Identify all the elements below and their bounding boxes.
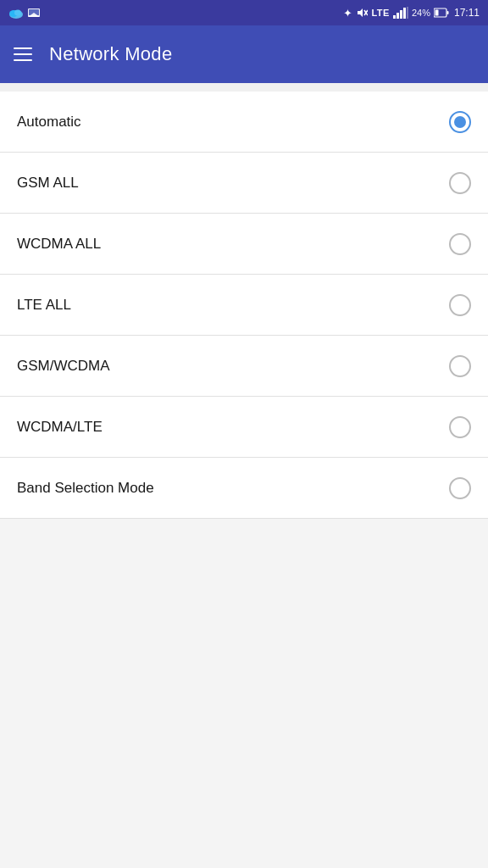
radio-item-gsm-wcdma[interactable]: GSM/WCDMA — [0, 336, 488, 397]
status-bar-left — [8, 7, 41, 19]
toolbar: Network Mode — [0, 25, 488, 83]
status-time: 17:11 — [454, 7, 480, 19]
battery-icon — [434, 8, 449, 18]
page-title: Network Mode — [49, 43, 172, 65]
svg-point-2 — [14, 10, 21, 16]
svg-rect-15 — [446, 11, 448, 14]
bluetooth-icon: ✦ — [343, 7, 352, 19]
radio-label-wcdma-lte: WCDMA/LTE — [17, 419, 103, 436]
radio-button-automatic[interactable] — [449, 111, 471, 133]
radio-button-wcdma-lte[interactable] — [449, 416, 471, 438]
radio-label-gsm-wcdma: GSM/WCDMA — [17, 358, 110, 375]
status-bar: ✦ LTE 24% 17:11 — [0, 0, 488, 25]
battery-percent: 24% — [412, 8, 430, 18]
radio-label-automatic: Automatic — [17, 114, 81, 131]
svg-rect-11 — [400, 10, 402, 19]
menu-button[interactable] — [14, 47, 32, 61]
signal-icon — [393, 7, 408, 19]
radio-button-gsm-wcdma[interactable] — [449, 355, 471, 377]
notification-icon-2 — [27, 7, 41, 19]
radio-item-automatic[interactable]: Automatic — [0, 92, 488, 153]
svg-rect-10 — [396, 13, 399, 19]
notification-icon-1 — [8, 7, 24, 19]
radio-label-band-selection: Band Selection Mode — [17, 480, 154, 497]
svg-rect-16 — [435, 10, 438, 16]
radio-item-lte-all[interactable]: LTE ALL — [0, 275, 488, 336]
radio-label-lte-all: LTE ALL — [17, 297, 71, 314]
radio-button-band-selection[interactable] — [449, 477, 471, 499]
mute-icon — [356, 7, 368, 19]
svg-rect-12 — [403, 8, 406, 19]
lte-label: LTE — [371, 8, 389, 18]
radio-button-wcdma-all[interactable] — [449, 233, 471, 255]
radio-button-gsm-all[interactable] — [449, 172, 471, 194]
radio-item-wcdma-lte[interactable]: WCDMA/LTE — [0, 397, 488, 458]
content-area: AutomaticGSM ALLWCDMA ALLLTE ALLGSM/WCDM… — [0, 92, 488, 868]
svg-rect-13 — [407, 7, 408, 19]
radio-button-lte-all[interactable] — [449, 294, 471, 316]
radio-item-gsm-all[interactable]: GSM ALL — [0, 153, 488, 214]
radio-item-wcdma-all[interactable]: WCDMA ALL — [0, 214, 488, 275]
radio-item-band-selection[interactable]: Band Selection Mode — [0, 458, 488, 519]
network-mode-list: AutomaticGSM ALLWCDMA ALLLTE ALLGSM/WCDM… — [0, 92, 488, 519]
radio-label-wcdma-all: WCDMA ALL — [17, 236, 101, 253]
status-bar-right: ✦ LTE 24% 17:11 — [343, 7, 480, 19]
radio-label-gsm-all: GSM ALL — [17, 175, 79, 192]
svg-marker-6 — [358, 8, 363, 17]
svg-rect-9 — [393, 15, 396, 19]
